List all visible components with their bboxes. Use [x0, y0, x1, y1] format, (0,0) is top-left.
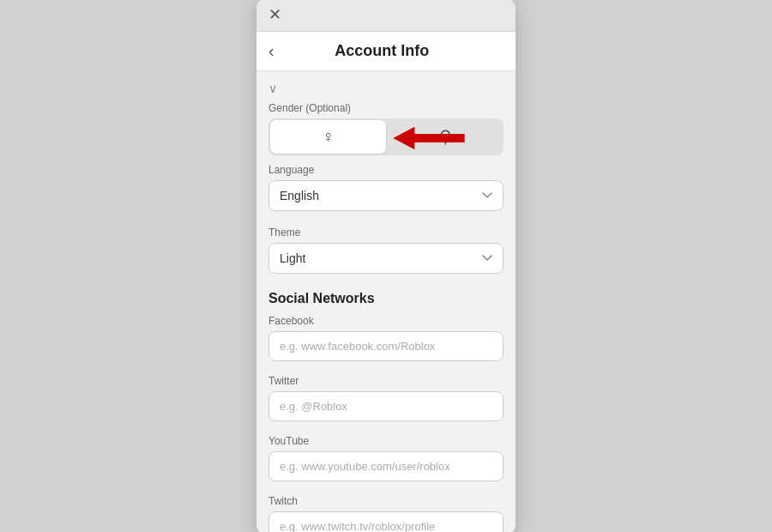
gender-label: Gender (Optional) [268, 102, 504, 114]
scroll-indicator: ∨ [268, 82, 504, 95]
twitter-label: Twitter [268, 375, 504, 387]
language-select[interactable]: English Spanish French German Japanese [268, 180, 504, 211]
other-gender-icon: ⚲ [439, 126, 452, 147]
theme-label: Theme [268, 227, 504, 239]
theme-select[interactable]: Light Dark [268, 243, 504, 274]
back-button[interactable]: ‹ [268, 42, 274, 59]
content-area: ∨ Gender (Optional) ♀ ⚲ Language English… [256, 71, 516, 533]
facebook-label: Facebook [268, 315, 504, 327]
social-networks-heading: Social Networks [268, 291, 504, 306]
page-title: Account Info [281, 42, 483, 60]
top-bar: ✕ [256, 0, 516, 32]
female-icon: ♀ [322, 127, 335, 147]
youtube-label: YouTube [268, 435, 504, 447]
twitter-input[interactable] [268, 391, 504, 421]
gender-female-option[interactable]: ♀ [270, 120, 386, 154]
twitch-label: Twitch [268, 495, 504, 507]
phone-container: ✕ ‹ Account Info ∨ Gender (Optional) ♀ ⚲… [256, 0, 516, 532]
gender-other-option[interactable]: ⚲ [388, 118, 504, 155]
gender-toggle: ♀ ⚲ [268, 118, 504, 155]
close-button[interactable]: ✕ [268, 7, 281, 22]
header: ‹ Account Info [256, 32, 516, 71]
twitch-input[interactable] [268, 511, 504, 533]
youtube-input[interactable] [268, 451, 504, 481]
facebook-input[interactable] [268, 331, 504, 361]
language-label: Language [268, 164, 504, 176]
